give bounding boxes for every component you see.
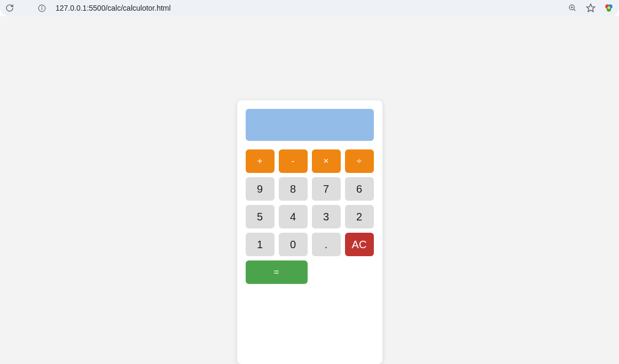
svg-marker-7 (587, 4, 595, 12)
bookmark-star-icon[interactable] (586, 3, 596, 13)
digit-7-button[interactable]: 7 (312, 177, 341, 201)
divide-button[interactable]: ÷ (345, 149, 374, 173)
browser-address-bar: 127.0.0.1:5500/calc/calculotor.html (0, 0, 619, 16)
digit-8-button[interactable]: 8 (279, 177, 308, 201)
extension-icon[interactable] (604, 3, 614, 13)
all-clear-button[interactable]: AC (345, 233, 374, 256)
site-info-icon[interactable] (37, 4, 46, 12)
digit-2-button[interactable]: 2 (345, 205, 374, 228)
zoom-icon[interactable] (568, 3, 577, 13)
url-text[interactable]: 127.0.0.1:5500/calc/calculotor.html (56, 4, 171, 12)
equals-button[interactable]: = (246, 260, 308, 284)
digit-9-button[interactable]: 9 (246, 177, 275, 201)
reload-icon[interactable] (5, 4, 14, 12)
digit-4-button[interactable]: 4 (279, 205, 308, 228)
add-button[interactable]: + (246, 149, 275, 173)
calculator-button-grid: + - × ÷ 9 8 7 6 5 4 3 2 1 0 . AC = (246, 149, 374, 284)
svg-point-11 (607, 6, 610, 9)
digit-3-button[interactable]: 3 (312, 205, 341, 228)
svg-line-4 (574, 9, 575, 11)
decimal-button[interactable]: . (312, 233, 341, 256)
svg-point-2 (42, 6, 42, 7)
calculator-panel: + - × ÷ 9 8 7 6 5 4 3 2 1 0 . AC = (237, 100, 382, 364)
digit-1-button[interactable]: 1 (246, 233, 275, 256)
calculator-display (246, 109, 374, 141)
subtract-button[interactable]: - (279, 149, 308, 173)
multiply-button[interactable]: × (312, 149, 341, 173)
page-body: + - × ÷ 9 8 7 6 5 4 3 2 1 0 . AC = (0, 16, 619, 364)
digit-5-button[interactable]: 5 (246, 205, 275, 228)
digit-6-button[interactable]: 6 (345, 177, 374, 201)
digit-0-button[interactable]: 0 (279, 233, 308, 256)
